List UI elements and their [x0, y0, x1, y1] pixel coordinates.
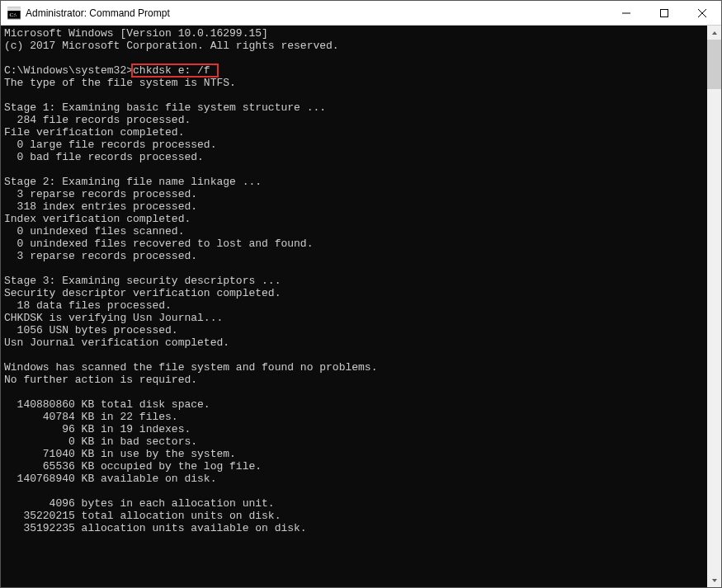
text-line: 0 large file records processed. — [4, 139, 216, 151]
text-line: (c) 2017 Microsoft Corporation. All righ… — [4, 40, 339, 52]
scrollbar-track[interactable] — [707, 40, 721, 573]
window-controls — [607, 1, 721, 25]
titlebar: C:\ Administrator: Command Prompt — [1, 1, 721, 26]
close-button[interactable] — [683, 1, 721, 25]
maximize-button[interactable] — [645, 1, 683, 25]
text-line: 35220215 total allocation units on disk. — [4, 510, 281, 522]
prompt-prefix: C:\Windows\system32> — [4, 64, 133, 77]
text-line: 140768940 KB available on disk. — [4, 473, 216, 485]
vertical-scrollbar[interactable] — [707, 26, 721, 587]
text-line: 35192235 allocation units available on d… — [4, 522, 307, 534]
window-title: Administrator: Command Prompt — [26, 7, 607, 19]
text-line: 3 reparse records processed. — [4, 250, 197, 262]
text-line: 65536 KB occupied by the log file. — [4, 460, 262, 473]
text-line: 318 index entries processed. — [4, 200, 197, 213]
text-line: 0 unindexed files scanned. — [4, 225, 184, 238]
text-line: No further action is required. — [4, 374, 197, 386]
text-line: 4096 bytes in each allocation unit. — [4, 497, 275, 510]
text-line: Windows has scanned the file system and … — [4, 361, 377, 374]
text-line: Stage 2: Examining file name linkage ... — [4, 176, 262, 188]
svg-rect-4 — [661, 9, 668, 16]
scroll-up-button[interactable] — [707, 26, 721, 40]
console-output[interactable]: Microsoft Windows [Version 10.0.16299.15… — [1, 26, 707, 587]
text-line: 71040 KB in use by the system. — [4, 448, 236, 460]
svg-marker-7 — [712, 31, 717, 35]
text-line: 0 KB in bad sectors. — [4, 435, 197, 448]
text-line: 96 KB in 19 indexes. — [4, 423, 191, 435]
text-line: Stage 1: Examining basic file system str… — [4, 101, 326, 114]
text-line: Microsoft Windows [Version 10.0.16299.15… — [4, 27, 268, 40]
text-line: File verification completed. — [4, 126, 184, 139]
scroll-down-button[interactable] — [707, 573, 721, 587]
svg-rect-1 — [7, 7, 21, 11]
text-line: 0 unindexed files recovered to lost and … — [4, 238, 313, 250]
text-line: 3 reparse records processed. — [4, 188, 197, 200]
text-line: Stage 3: Examining security descriptors … — [4, 275, 281, 287]
text-line: 40784 KB in 22 files. — [4, 411, 178, 423]
text-line: The type of the file system is NTFS. — [4, 77, 236, 89]
text-line: 0 bad file records processed. — [4, 151, 204, 163]
cmd-icon: C:\ — [7, 7, 21, 20]
command-text: chkdsk e: /f — [133, 64, 210, 77]
text-line: Index verification completed. — [4, 213, 191, 225]
text-line: 18 data files processed. — [4, 299, 172, 312]
svg-marker-8 — [712, 579, 717, 582]
text-line: Usn Journal verification completed. — [4, 336, 229, 349]
text-line: 140880860 KB total disk space. — [4, 398, 210, 411]
scrollbar-thumb[interactable] — [707, 40, 721, 89]
text-line: 284 file records processed. — [4, 114, 191, 126]
text-line: 1056 USN bytes processed. — [4, 324, 178, 336]
minimize-button[interactable] — [607, 1, 645, 25]
svg-text:C:\: C:\ — [10, 12, 17, 18]
text-line: CHKDSK is verifying Usn Journal... — [4, 312, 223, 324]
text-line: Security descriptor verification complet… — [4, 287, 281, 299]
